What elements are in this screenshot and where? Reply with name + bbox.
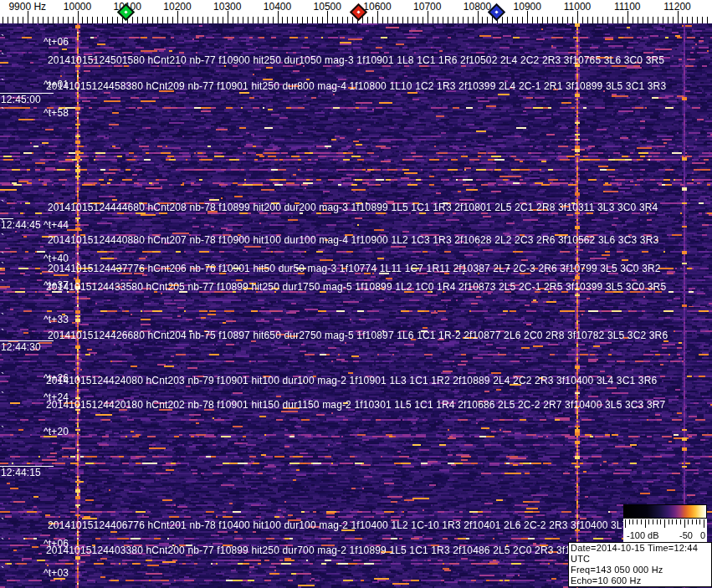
spectrogram-app-window: 9900 Hz100001010010200103001040010500106… xyxy=(0,0,712,588)
marker-center-dot xyxy=(356,10,360,13)
freq-tick xyxy=(192,17,193,23)
freq-label: 11100 xyxy=(614,1,641,13)
edge-event-mark: ` xyxy=(1,314,4,322)
freq-tick xyxy=(218,17,218,23)
marker-center-dot xyxy=(124,10,127,13)
event-line: 20141015124440880 hCnt207 nb-78 f10900 h… xyxy=(48,235,658,245)
freq-tick xyxy=(692,17,693,23)
freq-tick xyxy=(572,17,573,23)
freq-tick xyxy=(63,17,64,23)
spectrogram-overlay: 20141015124501580 hCnt210 nb-77 f10900 h… xyxy=(0,23,712,588)
freq-tick xyxy=(482,17,483,23)
freq-tick xyxy=(278,11,279,23)
freq-tick xyxy=(622,17,623,23)
freq-tick xyxy=(92,17,93,23)
freq-tick xyxy=(177,11,178,23)
freq-tick xyxy=(372,17,373,23)
edge-event-mark: ` xyxy=(1,539,4,547)
freq-tick xyxy=(673,17,674,23)
status-info-box: Date=2014-10-15 Time=12:44 UTC Freq=143 … xyxy=(568,542,712,587)
time-offset-marker: ^t+40 xyxy=(44,253,69,263)
db-ruler-tick xyxy=(704,519,704,528)
edge-event-mark: ` xyxy=(1,108,4,116)
freq-tick xyxy=(18,17,18,23)
info-frequency: Freq=143 050 000 Hz xyxy=(571,565,709,575)
freq-label: 11000 xyxy=(564,1,591,13)
freq-tick xyxy=(638,17,638,23)
freq-tick xyxy=(428,11,428,23)
freq-tick xyxy=(73,17,74,23)
db-ruler-tick xyxy=(633,519,633,524)
freq-tick xyxy=(537,17,538,23)
db-ruler-tick xyxy=(672,519,673,524)
db-ruler-tick xyxy=(637,519,638,524)
freq-tick xyxy=(43,17,44,23)
freq-tick xyxy=(407,17,408,23)
freq-tick xyxy=(658,17,658,23)
event-line: 20141015124437776 hCnt206 nb-76 f10901 h… xyxy=(48,263,661,274)
freq-tick xyxy=(387,17,388,23)
freq-tick xyxy=(137,17,138,23)
freq-tick xyxy=(458,17,458,23)
freq-tick xyxy=(468,17,469,23)
marker-center-dot xyxy=(494,10,498,13)
freq-tick xyxy=(142,17,143,23)
freq-tick xyxy=(147,17,148,23)
freq-tick xyxy=(3,17,3,23)
freq-tick xyxy=(527,11,528,23)
freq-tick xyxy=(448,17,448,23)
event-line: 20141015124403380 hCnt200 nb-77 f10899 h… xyxy=(46,545,641,555)
timestamp-label: 12:45:00 xyxy=(1,95,41,105)
db-ruler-tick xyxy=(657,519,658,524)
freq-tick xyxy=(207,17,208,23)
freq-tick xyxy=(653,17,653,23)
time-offset-marker: ^t+33 xyxy=(44,314,69,325)
freq-tick xyxy=(397,17,398,23)
edge-event-mark: ` xyxy=(1,373,4,381)
time-offset-marker: ^t+24 xyxy=(44,392,69,402)
edge-event-mark: ` xyxy=(1,280,4,289)
freq-tick xyxy=(337,17,338,23)
freq-tick xyxy=(182,17,183,23)
freq-tick xyxy=(78,11,79,23)
info-date-time: Date=2014-10-15 Time=12:44 UTC xyxy=(571,543,709,565)
freq-tick xyxy=(633,17,633,23)
freq-tick xyxy=(682,17,683,23)
edge-event-mark: ` xyxy=(1,567,4,575)
db-ruler-tick xyxy=(664,519,665,528)
freq-tick xyxy=(117,17,118,23)
freq-tick xyxy=(238,17,238,23)
freq-tick xyxy=(402,17,403,23)
time-offset-marker: ^t+06 xyxy=(44,37,69,47)
time-offset-marker: ^t+37 xyxy=(44,280,69,290)
db-color-legend: -100 dB -50 0 xyxy=(623,504,709,542)
freq-label: 10400 xyxy=(264,1,291,13)
db-ruler-tick xyxy=(684,519,685,528)
freq-tick xyxy=(392,17,393,23)
freq-tick xyxy=(517,17,518,23)
freq-tick xyxy=(453,17,453,23)
edge-event-mark: ` xyxy=(1,35,4,43)
db-ruler-tick xyxy=(696,519,697,524)
freq-label: 10000 xyxy=(64,1,91,13)
freq-label: 10800 xyxy=(464,1,491,13)
freq-tick xyxy=(23,17,23,23)
freq-tick xyxy=(417,17,418,23)
freq-tick xyxy=(68,17,69,23)
freq-tick xyxy=(97,17,98,23)
freq-tick xyxy=(522,17,523,23)
freq-tick xyxy=(352,17,353,23)
db-ruler-tick xyxy=(692,519,693,524)
event-line: 20141015124406776 hCnt201 nb-78 f10400 h… xyxy=(48,520,671,530)
db-ruler-tick xyxy=(645,519,646,528)
event-line: 20141015124426680 hCnt204 nb-75 f10897 h… xyxy=(48,330,668,340)
freq-label: 10600 xyxy=(363,1,391,13)
time-offset-marker: ^t+44 xyxy=(44,220,69,230)
freq-tick xyxy=(258,17,259,23)
freq-tick xyxy=(102,17,103,23)
freq-tick xyxy=(33,17,33,23)
freq-tick xyxy=(53,17,54,23)
time-offset-marker: ^t+20 xyxy=(44,427,69,437)
edge-event-mark: ` xyxy=(1,220,4,228)
freq-tick xyxy=(292,17,293,23)
